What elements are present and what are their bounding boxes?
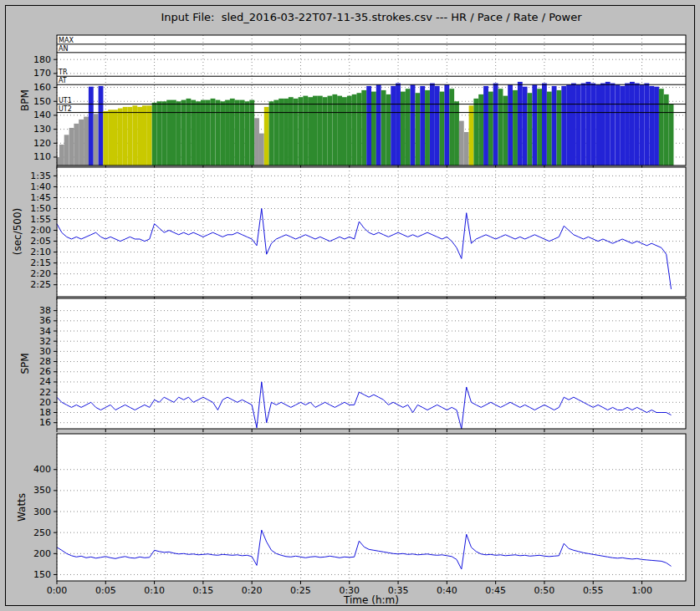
hr-zone-label-an: AN [59, 45, 68, 53]
y-axis-label-watts: Watts [16, 493, 28, 522]
hr-zone-label-tr: TR [58, 69, 68, 76]
y-tick-label: 250 [33, 527, 51, 538]
hr-zone-label-max: MAX [59, 37, 74, 44]
y-tick-label: 30 [39, 346, 51, 357]
y-tick-label: 1:55 [30, 214, 51, 225]
y-tick-label: 1:40 [30, 181, 51, 192]
y-tick-label: 140 [33, 109, 51, 120]
y-tick-label: 1:50 [30, 203, 51, 214]
y-tick-label: 28 [39, 356, 51, 367]
y-tick-label: 110 [33, 151, 51, 162]
y-tick-label: 300 [33, 507, 51, 517]
y-axis-label-pace: (sec/500) [12, 208, 23, 256]
y-tick-label: 180 [33, 54, 51, 65]
y-tick-label: 2:15 [30, 257, 51, 268]
y-tick-label: 2:20 [30, 268, 51, 279]
y-tick-label: 120 [33, 138, 51, 149]
y-tick-label: 160 [33, 82, 51, 93]
y-tick-label: 400 [33, 464, 51, 475]
y-tick-label: 2:10 [30, 247, 51, 257]
panel-heart-rate: MAXANTRATUT1UT2110120130140150160170180 [33, 35, 686, 169]
hr-zone-label-ut1: UT1 [59, 97, 72, 104]
y-axis-label-bpm: BPM [19, 89, 31, 111]
hr-zone-label-at: AT [59, 77, 67, 84]
y-tick-label: 170 [33, 68, 51, 79]
x-axis-label: Time (h:m) [57, 594, 686, 606]
y-tick-label: 20 [39, 397, 51, 408]
charts-svg: MAXANTRATUT1UT21101201301401501601701801… [0, 0, 700, 611]
y-tick-label: 150 [33, 96, 51, 107]
y-tick-label: 16 [39, 417, 51, 428]
figure: Input File: sled_2016-03-22T07-11-35.str… [0, 0, 700, 611]
y-tick-label: 150 [33, 569, 51, 580]
panel-power: 150200250300350400 [33, 434, 686, 584]
panel-pace: 1:351:401:451:501:552:002:052:102:152:20… [30, 167, 686, 300]
y-tick-label: 1:45 [30, 192, 51, 203]
y-tick-label: 36 [39, 315, 51, 326]
y-tick-label: 26 [39, 366, 51, 377]
y-tick-label: 34 [39, 326, 51, 337]
y-tick-label: 130 [33, 124, 51, 135]
y-tick-label: 32 [39, 336, 51, 347]
y-tick-label: 38 [39, 305, 51, 316]
y-tick-label: 22 [39, 387, 51, 398]
y-tick-label: 350 [33, 485, 51, 496]
y-tick-label: 1:35 [30, 171, 51, 181]
hr-zone-label-ut2: UT2 [59, 105, 72, 113]
y-tick-label: 2:05 [30, 236, 51, 247]
y-tick-label: 2:25 [30, 279, 51, 290]
y-axis-label-spm: SPM [19, 353, 31, 374]
panel-stroke-rate: 161820222426283032343638 [39, 298, 686, 432]
y-tick-label: 24 [39, 376, 51, 387]
y-tick-label: 200 [33, 548, 51, 559]
y-tick-label: 18 [39, 407, 51, 418]
y-tick-label: 2:00 [30, 225, 51, 236]
